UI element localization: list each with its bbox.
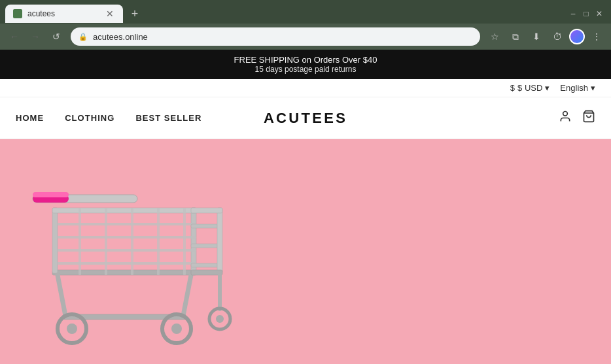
extensions-icon[interactable]: ⧉ xyxy=(506,27,525,46)
close-button[interactable]: ✕ xyxy=(595,10,603,18)
svg-rect-13 xyxy=(79,208,81,275)
svg-rect-27 xyxy=(191,263,220,267)
active-tab[interactable]: acutees ✕ xyxy=(5,5,123,23)
svg-rect-8 xyxy=(52,208,196,213)
nav-home[interactable]: HOME xyxy=(16,113,44,123)
announcement-bar: FREE SHIPPING on Orders Over $40 15 days… xyxy=(0,50,611,79)
svg-point-33 xyxy=(216,315,224,323)
svg-point-0 xyxy=(563,112,568,116)
window-controls: – □ ✕ xyxy=(569,10,606,18)
nav-best-seller[interactable]: BEST SELLER xyxy=(135,113,201,123)
new-tab-button[interactable]: + xyxy=(126,5,144,23)
tab-title: acutees xyxy=(27,9,99,18)
svg-rect-16 xyxy=(157,208,160,275)
minimize-button[interactable]: – xyxy=(569,10,577,18)
bookmark-icon[interactable]: ☆ xyxy=(485,27,504,46)
svg-rect-28 xyxy=(217,208,222,273)
tab-favicon xyxy=(13,9,22,18)
svg-rect-9 xyxy=(58,223,196,225)
tab-close-button[interactable]: ✕ xyxy=(105,8,115,19)
nav-header: HOME CLOTHING BEST SELLER ACUTEES xyxy=(0,97,611,139)
currency-chevron-icon: ▾ xyxy=(545,83,550,93)
svg-rect-4 xyxy=(33,192,69,197)
svg-line-18 xyxy=(58,275,65,316)
account-icon[interactable] xyxy=(559,110,572,126)
menu-icon[interactable]: ⋮ xyxy=(587,27,606,46)
svg-rect-6 xyxy=(52,208,58,273)
svg-rect-15 xyxy=(131,208,133,275)
language-label: English xyxy=(560,83,588,93)
refresh-button[interactable]: ↺ xyxy=(47,27,65,46)
currency-selector[interactable]: $ $ USD ▾ xyxy=(510,83,550,93)
language-chevron-icon: ▾ xyxy=(591,83,595,93)
browser-chrome: acutees ✕ + – □ ✕ ← → ↺ 🔒 acutees.online… xyxy=(0,0,611,50)
cart-icon[interactable] xyxy=(582,110,595,126)
top-bar: $ $ USD ▾ English ▾ xyxy=(0,79,611,97)
currency-label: $ USD xyxy=(517,83,542,93)
url-text: acutees.online xyxy=(93,32,472,42)
history-icon[interactable]: ⏱ xyxy=(548,27,567,46)
svg-point-22 xyxy=(67,323,77,334)
announcement-line2: 15 days postage paid returns xyxy=(10,65,601,74)
svg-rect-12 xyxy=(58,262,196,265)
svg-rect-29 xyxy=(191,208,222,213)
maximize-button[interactable]: □ xyxy=(582,10,590,18)
svg-rect-5 xyxy=(52,270,196,275)
svg-line-19 xyxy=(183,275,191,316)
nav-actions xyxy=(559,110,595,126)
url-bar[interactable]: 🔒 acutees.online xyxy=(71,27,480,46)
address-bar: ← → ↺ 🔒 acutees.online ☆ ⧉ ⬇ ⏱ ⋮ xyxy=(0,24,611,50)
svg-rect-17 xyxy=(183,208,186,275)
svg-rect-11 xyxy=(58,249,196,252)
svg-rect-25 xyxy=(191,224,220,228)
primary-nav: HOME CLOTHING BEST SELLER xyxy=(16,113,201,123)
hero-section xyxy=(0,139,611,364)
lock-icon: 🔒 xyxy=(79,33,88,41)
nav-clothing[interactable]: CLOTHING xyxy=(65,113,114,123)
currency-symbol-icon: $ xyxy=(510,83,515,93)
language-selector[interactable]: English ▾ xyxy=(560,83,595,93)
profile-avatar[interactable] xyxy=(569,29,585,44)
svg-point-24 xyxy=(171,323,182,334)
site-logo[interactable]: ACUTEES xyxy=(264,110,347,127)
hero-shopping-cart xyxy=(13,139,262,364)
tab-bar: acutees ✕ + – □ ✕ xyxy=(0,0,611,24)
svg-rect-26 xyxy=(191,244,220,248)
svg-rect-10 xyxy=(58,236,196,239)
announcement-line1: FREE SHIPPING on Orders Over $40 xyxy=(10,55,601,65)
downloads-icon[interactable]: ⬇ xyxy=(527,27,546,46)
svg-rect-14 xyxy=(105,208,107,275)
forward-button[interactable]: → xyxy=(26,27,44,46)
svg-rect-30 xyxy=(191,270,222,275)
back-button[interactable]: ← xyxy=(5,27,24,46)
toolbar-icons: ☆ ⧉ ⬇ ⏱ ⋮ xyxy=(485,27,606,46)
website-content: FREE SHIPPING on Orders Over $40 15 days… xyxy=(0,50,611,364)
nav-buttons: ← → ↺ xyxy=(5,27,65,46)
